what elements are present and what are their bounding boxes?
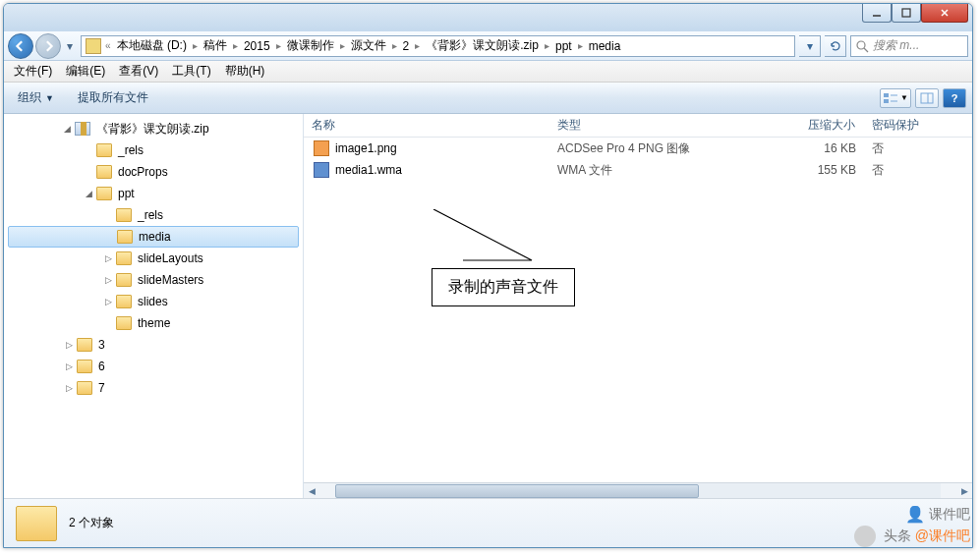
zip-icon — [75, 122, 90, 136]
folder-icon — [116, 273, 132, 287]
extract-all-button[interactable]: 提取所有文件 — [70, 85, 156, 110]
col-size[interactable]: 压缩大小 — [746, 117, 864, 134]
breadcrumb-seg[interactable]: ppt — [553, 39, 574, 53]
tree-label: 6 — [98, 360, 105, 373]
col-protection[interactable]: 密码保护 — [864, 117, 972, 134]
folder-icon — [86, 38, 101, 54]
menu-tools[interactable]: 工具(T) — [166, 61, 216, 82]
menu-help[interactable]: 帮助(H) — [219, 61, 271, 82]
file-size: 155 KB — [746, 163, 864, 177]
svg-rect-7 — [884, 99, 889, 103]
tree-label: slides — [138, 295, 168, 308]
callout-text: 录制的声音文件 — [432, 268, 575, 306]
close-button[interactable] — [921, 3, 968, 23]
tree-item[interactable]: ◢ppt — [4, 183, 303, 204]
address-bar[interactable]: « 本地磁盘 (D:)▸ 稿件▸ 2015▸ 微课制作▸ 源文件▸ 2▸ 《背影… — [81, 35, 795, 57]
scroll-right-button[interactable]: ▶ — [956, 483, 972, 499]
content-area: ◢ 《背影》课文朗读.zip _relsdocProps◢ppt_relsmed… — [4, 114, 972, 498]
tree-item[interactable]: ▷6 — [4, 356, 303, 377]
breadcrumb-seg[interactable]: 2 — [401, 39, 412, 53]
tree-label: 3 — [98, 338, 105, 352]
tree-toggle-icon[interactable]: ▷ — [63, 382, 75, 394]
scroll-left-button[interactable]: ◀ — [304, 483, 319, 499]
tree-item[interactable]: _rels — [4, 204, 303, 226]
breadcrumb-seg[interactable]: media — [587, 39, 623, 53]
tree-item[interactable]: media — [8, 226, 299, 248]
tree-label: theme — [138, 316, 170, 330]
tree-item[interactable]: ▷3 — [4, 334, 303, 356]
horizontal-scrollbar[interactable]: ◀ ▶ — [304, 482, 972, 498]
folder-icon — [77, 338, 92, 352]
tree-item[interactable]: theme — [4, 312, 303, 334]
svg-rect-6 — [884, 93, 889, 97]
tree-toggle-icon[interactable] — [103, 231, 115, 243]
breadcrumb-seg[interactable]: 源文件 — [349, 37, 388, 54]
search-input[interactable]: 搜索 m... — [850, 35, 968, 57]
tree-toggle-icon[interactable]: ▷ — [102, 274, 114, 286]
tree-toggle-icon[interactable] — [102, 317, 114, 329]
minimize-button[interactable] — [862, 3, 892, 23]
tree-label: slideMasters — [138, 273, 203, 287]
list-row[interactable]: image1.pngACDSee Pro 4 PNG 图像16 KB否 — [304, 138, 972, 159]
folder-icon — [77, 381, 92, 395]
tree-toggle-icon[interactable] — [83, 144, 94, 156]
tree-item[interactable]: ▷slideMasters — [4, 269, 303, 291]
tree-item[interactable]: docProps — [4, 161, 303, 183]
col-type[interactable]: 类型 — [549, 117, 746, 134]
tree-item[interactable]: ▷slideLayouts — [4, 248, 303, 269]
tree-label: _rels — [138, 208, 163, 222]
collapse-icon[interactable]: ◢ — [61, 123, 73, 135]
view-mode-button[interactable]: ▼ — [880, 88, 911, 108]
menu-edit[interactable]: 编辑(E) — [60, 61, 111, 82]
maximize-button[interactable] — [892, 3, 921, 23]
tree-toggle-icon[interactable] — [102, 209, 114, 221]
menu-view[interactable]: 查看(V) — [113, 61, 164, 82]
tree-pane[interactable]: ◢ 《背影》课文朗读.zip _relsdocProps◢ppt_relsmed… — [4, 114, 304, 498]
tree-label: ppt — [118, 187, 135, 200]
tree-toggle-icon[interactable]: ◢ — [83, 188, 94, 199]
watermark-handle: @课件吧 — [915, 527, 970, 543]
tree-item[interactable]: ▷slides — [4, 291, 303, 312]
list-body[interactable]: image1.pngACDSee Pro 4 PNG 图像16 KB否media… — [304, 138, 972, 482]
watermark-left: 头条 — [884, 527, 911, 543]
address-dropdown[interactable]: ▾ — [799, 35, 821, 57]
folder-icon — [96, 165, 112, 179]
tree-toggle-icon[interactable]: ▷ — [63, 339, 75, 351]
wma-file-icon — [314, 162, 329, 178]
svg-rect-1 — [902, 9, 910, 17]
refresh-button[interactable] — [825, 35, 846, 57]
tree-toggle-icon[interactable]: ▷ — [63, 361, 75, 372]
preview-pane-button[interactable] — [915, 88, 939, 108]
list-row[interactable]: media1.wmaWMA 文件155 KB否 — [304, 159, 972, 181]
tree-label: media — [139, 230, 171, 244]
tree-toggle-icon[interactable]: ▷ — [102, 296, 114, 307]
breadcrumb-seg[interactable]: 稿件 — [202, 37, 229, 54]
scroll-thumb[interactable] — [335, 484, 699, 498]
file-name: media1.wma — [335, 163, 402, 177]
breadcrumb-seg[interactable]: 2015 — [242, 39, 272, 53]
breadcrumb-seg[interactable]: 《背影》课文朗读.zip — [424, 37, 541, 54]
svg-line-5 — [864, 48, 868, 52]
file-type: ACDSee Pro 4 PNG 图像 — [549, 140, 746, 157]
breadcrumb-seg[interactable]: 微课制作 — [285, 37, 336, 54]
help-button[interactable]: ? — [943, 88, 966, 108]
breadcrumb-seg[interactable]: 本地磁盘 (D:) — [115, 37, 189, 54]
tree-item[interactable]: ▷7 — [4, 377, 303, 399]
back-button[interactable] — [8, 33, 33, 59]
status-count: 2 个对象 — [69, 515, 114, 531]
tree-label: slideLayouts — [138, 251, 203, 265]
search-placeholder: 搜索 m... — [873, 37, 919, 54]
col-name[interactable]: 名称 — [304, 117, 549, 134]
history-dropdown[interactable]: ▾ — [63, 36, 77, 56]
forward-button[interactable] — [35, 33, 61, 59]
menu-file[interactable]: 文件(F) — [8, 61, 58, 82]
folder-large-icon — [16, 506, 57, 541]
tree-toggle-icon[interactable] — [83, 166, 94, 178]
tree-item[interactable]: _rels — [4, 139, 303, 161]
tree-item-root[interactable]: ◢ 《背影》课文朗读.zip — [4, 118, 303, 139]
explorer-window: ▾ « 本地磁盘 (D:)▸ 稿件▸ 2015▸ 微课制作▸ 源文件▸ 2▸ 《… — [3, 3, 973, 548]
organize-button[interactable]: 组织 ▼ — [10, 85, 62, 110]
png-file-icon — [314, 140, 329, 156]
tree-toggle-icon[interactable]: ▷ — [102, 252, 114, 264]
folder-icon — [116, 251, 132, 265]
